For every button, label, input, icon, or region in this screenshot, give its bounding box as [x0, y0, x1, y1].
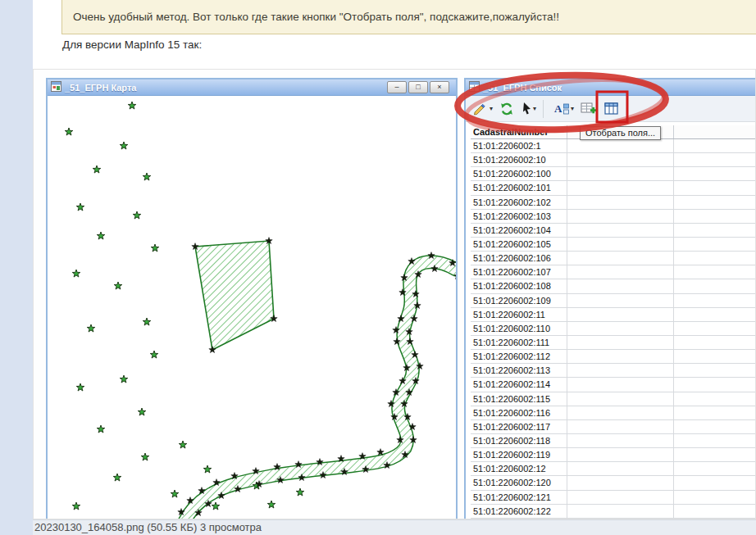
cadastral-number-cell[interactable]: 51:01:2206002:112: [471, 350, 567, 363]
cadastral-number-cell[interactable]: 51:01:2206002:119: [471, 448, 567, 461]
empty-cell[interactable]: [567, 406, 674, 419]
restore-button[interactable]: □: [408, 81, 428, 93]
empty-cell[interactable]: [567, 505, 674, 518]
map-point-star-icon: [267, 501, 276, 508]
table-row[interactable]: 51:01:2206002:11: [471, 308, 756, 322]
empty-cell[interactable]: [567, 336, 674, 349]
empty-cell[interactable]: [567, 378, 674, 391]
empty-cell[interactable]: [567, 153, 674, 166]
column-header-cadastralnumber[interactable]: CadastralNumber: [471, 125, 567, 138]
cadastral-number-cell[interactable]: 51:01:2206002:100: [471, 167, 567, 180]
empty-cell[interactable]: [567, 279, 674, 292]
cadastral-number-cell[interactable]: 51:01:2206002:102: [471, 196, 567, 209]
cadastral-number-cell[interactable]: 51:01:2206002:1: [471, 139, 567, 152]
empty-cell[interactable]: [567, 210, 674, 223]
select-query-button[interactable]: ▾: [471, 98, 494, 120]
table-row[interactable]: 51:01:2206002:106: [471, 252, 756, 265]
cadastral-number-cell[interactable]: 51:01:2206002:107: [471, 265, 567, 279]
intro-text: Для версии MapInfo 15 так:: [62, 39, 202, 51]
cadastral-number-cell[interactable]: 51:01:2206002:12: [471, 462, 567, 475]
cadastral-number-cell[interactable]: 51:01:2206002:103: [471, 210, 567, 223]
table-row[interactable]: 51:01:2206002:10: [471, 153, 756, 167]
empty-cell[interactable]: [567, 224, 674, 237]
empty-cell[interactable]: [567, 238, 674, 251]
cadastral-number-cell[interactable]: 51:01:2206002:113: [471, 364, 567, 377]
table-row[interactable]: 51:01:2206002:110: [471, 322, 756, 336]
empty-cell[interactable]: [567, 308, 674, 321]
table-row[interactable]: 51:01:2206002:105: [471, 238, 756, 252]
append-rows-button[interactable]: [579, 98, 599, 120]
map-point-star-icon: [179, 441, 187, 448]
table-row[interactable]: 51:01:2206002:120: [471, 476, 756, 490]
minimize-button[interactable]: –: [387, 81, 407, 93]
empty-cell[interactable]: [567, 420, 674, 433]
table-row[interactable]: 51:01:2206002:111: [471, 336, 756, 350]
cadastral-number-cell[interactable]: 51:01:2206002:105: [471, 238, 567, 251]
table-row[interactable]: 51:01:2206002:1: [471, 139, 756, 153]
cadastral-number-cell[interactable]: 51:01:2206002:110: [471, 322, 567, 335]
refresh-button[interactable]: [498, 98, 516, 120]
table-row[interactable]: 51:01:2206002:122: [471, 505, 756, 519]
browser-table: CadastralNumber 51:01:2206002:151:01:220…: [471, 125, 756, 519]
cadastral-number-cell[interactable]: 51:01:2206002:10: [471, 153, 567, 166]
empty-cell[interactable]: [567, 364, 674, 377]
empty-cell[interactable]: [567, 392, 674, 406]
cadastral-number-cell[interactable]: 51:01:2206002:114: [471, 378, 567, 391]
table-row[interactable]: 51:01:2206002:115: [471, 392, 756, 406]
table-row[interactable]: 51:01:2206002:103: [471, 210, 756, 224]
pick-fields-button[interactable]: [602, 98, 622, 120]
cadastral-number-cell[interactable]: 51:01:2206002:11: [471, 308, 567, 321]
cadastral-number-cell[interactable]: 51:01:2206002:121: [471, 491, 567, 504]
empty-cell[interactable]: [567, 167, 674, 180]
cadastral-number-cell[interactable]: 51:01:2206002:118: [471, 434, 567, 447]
table-row[interactable]: 51:01:2206002:112: [471, 350, 756, 364]
table-row[interactable]: 51:01:2206002:117: [471, 420, 756, 434]
empty-cell[interactable]: [567, 462, 674, 475]
cadastral-number-cell[interactable]: 51:01:2206002:109: [471, 294, 567, 307]
cadastral-number-cell[interactable]: 51:01:2206002:116: [471, 406, 567, 419]
table-row[interactable]: 51:01:2206002:101: [471, 181, 756, 195]
table-row[interactable]: 51:01:2206002:104: [471, 224, 756, 238]
table-row[interactable]: 51:01:2206002:116: [471, 406, 756, 420]
close-button[interactable]: ×: [430, 81, 449, 93]
empty-cell[interactable]: [567, 252, 674, 265]
cadastral-number-cell[interactable]: 51:01:2206002:104: [471, 224, 567, 237]
empty-cell[interactable]: [567, 491, 674, 504]
map-point-star-icon: [114, 282, 122, 289]
cadastral-number-cell[interactable]: 51:01:2206002:111: [471, 336, 567, 349]
table-row[interactable]: 51:01:2206002:109: [471, 294, 756, 308]
map-point-star-icon: [72, 270, 80, 277]
table-row[interactable]: 51:01:2206002:102: [471, 196, 756, 210]
empty-cell[interactable]: [567, 448, 674, 461]
table-row[interactable]: 51:01:2206002:119: [471, 448, 756, 462]
map-canvas[interactable]: [48, 96, 456, 519]
cadastral-number-cell[interactable]: 51:01:2206002:117: [471, 420, 567, 433]
table-row[interactable]: 51:01:2206002:113: [471, 364, 756, 378]
cadastral-number-cell[interactable]: 51:01:2206002:106: [471, 252, 567, 265]
table-row[interactable]: 51:01:2206002:100: [471, 167, 756, 181]
empty-cell[interactable]: [567, 196, 674, 209]
cadastral-number-cell[interactable]: 51:01:2206002:115: [471, 392, 567, 406]
table-row[interactable]: 51:01:2206002:114: [471, 378, 756, 392]
table-row[interactable]: 51:01:2206002:108: [471, 279, 756, 293]
map-window-titlebar[interactable]: _51_ЕГРН Карта – □ ×: [48, 79, 456, 96]
table-row[interactable]: 51:01:2206002:121: [471, 491, 756, 505]
empty-cell[interactable]: [567, 350, 674, 363]
empty-cell[interactable]: [567, 139, 674, 152]
select-arrow-button[interactable]: ▾: [519, 98, 538, 120]
table-row[interactable]: 51:01:2206002:107: [471, 265, 756, 279]
empty-cell[interactable]: [567, 322, 674, 335]
empty-cell[interactable]: [567, 181, 674, 194]
cadastral-number-cell[interactable]: 51:01:2206002:101: [471, 181, 567, 194]
cadastral-number-cell[interactable]: 51:01:2206002:108: [471, 279, 567, 292]
cadastral-number-cell[interactable]: 51:01:2206002:122: [471, 505, 567, 518]
browser-window-titlebar[interactable]: _51_ЕГРН Список: [466, 79, 756, 96]
table-row[interactable]: 51:01:2206002:12: [471, 462, 756, 476]
table-row[interactable]: 51:01:2206002:118: [471, 434, 756, 448]
empty-cell[interactable]: [567, 476, 674, 489]
empty-cell[interactable]: [567, 265, 674, 279]
empty-cell[interactable]: [567, 434, 674, 447]
empty-cell[interactable]: [567, 294, 674, 307]
cadastral-number-cell[interactable]: 51:01:2206002:120: [471, 476, 567, 489]
text-style-button[interactable]: A ▾: [552, 98, 576, 120]
